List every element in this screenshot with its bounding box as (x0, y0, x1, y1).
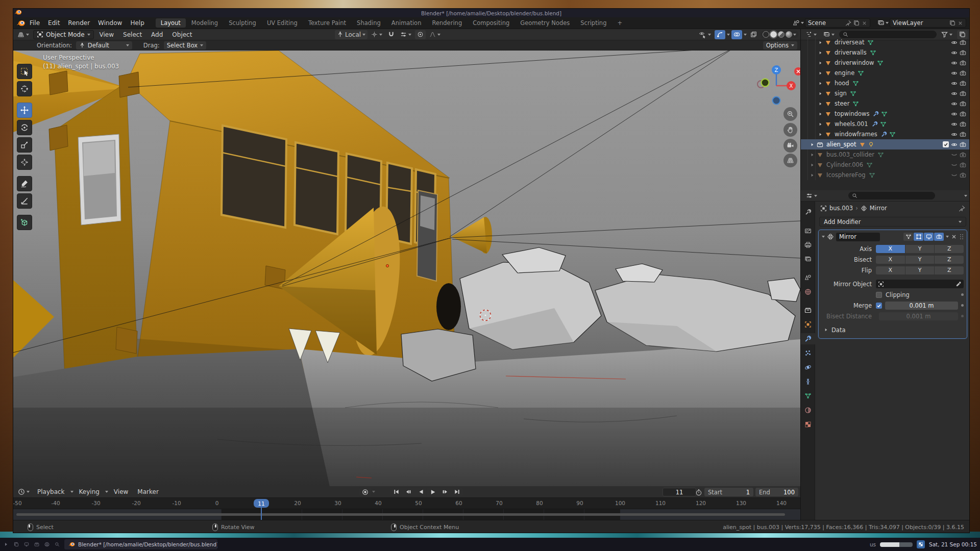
tab-layout[interactable]: Layout (156, 18, 186, 28)
pin-icon[interactable] (959, 205, 965, 212)
timeline-track-area[interactable] (13, 509, 800, 520)
jump-to-end-button[interactable] (451, 488, 463, 496)
tool-select-box[interactable] (17, 64, 32, 79)
flip-x-button[interactable]: X (876, 266, 905, 274)
options-button[interactable]: Options (763, 41, 797, 49)
eye-icon[interactable] (951, 131, 958, 138)
tool-measure[interactable] (17, 193, 32, 209)
eye-closed-icon[interactable] (951, 172, 958, 179)
scene-name-field[interactable]: Scene (805, 18, 870, 28)
taskbar-app-icon[interactable] (3, 541, 9, 547)
new-scene-icon[interactable] (853, 20, 860, 26)
shading-material-button[interactable] (778, 31, 785, 38)
outliner-item-driverwindow[interactable]: driverwindow (801, 58, 970, 68)
tab-shading[interactable]: Shading (352, 18, 386, 28)
animate-dot[interactable] (961, 304, 964, 307)
menu-file[interactable]: File (26, 19, 44, 27)
menu-window[interactable]: Window (94, 19, 126, 27)
tab-modifiers[interactable] (801, 333, 815, 344)
tool-annotate[interactable] (17, 176, 32, 191)
navigation-gizmo[interactable]: Z X (756, 63, 800, 109)
chevron-down-icon[interactable] (801, 22, 804, 26)
play-reverse-button[interactable] (414, 488, 426, 496)
menu-edit[interactable]: Edit (44, 19, 64, 27)
snap-with-dropdown[interactable] (398, 30, 413, 39)
expand-icon[interactable] (810, 163, 815, 167)
expand-icon[interactable] (818, 122, 823, 127)
timeline-scrollbar[interactable] (16, 513, 785, 516)
data-subpanel[interactable]: Data (819, 324, 967, 335)
tab-compositing[interactable]: Compositing (468, 18, 514, 28)
tab-scripting[interactable]: Scripting (575, 18, 611, 28)
shading-dropdown[interactable] (793, 34, 796, 37)
overlays-dropdown[interactable] (744, 34, 747, 37)
camera-icon[interactable] (960, 80, 966, 87)
expand-icon[interactable] (818, 132, 823, 137)
shading-solid-button[interactable] (770, 31, 777, 38)
bisect-x-button[interactable]: X (876, 256, 905, 264)
close-icon[interactable] (958, 20, 963, 26)
window-titlebar[interactable]: Blender* [/home/amalie/Desktop/blender/b… (13, 9, 969, 17)
tab-texture-paint[interactable]: Texture Paint (303, 18, 351, 28)
menu-marker[interactable]: Marker (134, 488, 162, 495)
outliner-item-engine[interactable]: engine (801, 68, 970, 78)
close-icon[interactable] (951, 234, 957, 240)
camera-icon[interactable] (960, 141, 966, 148)
menu-playback[interactable]: Playback (34, 488, 68, 495)
orthographic-toggle-button[interactable] (783, 154, 797, 167)
outliner-item-cylinder-006[interactable]: Cylinder.006 (801, 160, 970, 170)
menu-help[interactable]: Help (126, 19, 148, 27)
menu-object[interactable]: Object (168, 31, 195, 38)
breadcrumb-modifier[interactable]: Mirror (870, 205, 887, 212)
animate-dot[interactable] (961, 293, 964, 296)
eye-icon[interactable] (951, 70, 958, 77)
camera-icon[interactable] (960, 70, 966, 77)
snap-toggle[interactable] (386, 30, 397, 39)
merge-checkbox[interactable] (876, 303, 882, 309)
animate-dot[interactable] (961, 315, 964, 317)
axis-neg-z-ball[interactable] (773, 97, 780, 105)
properties-search-input[interactable] (848, 192, 935, 199)
calendar-icon[interactable] (917, 540, 925, 548)
new-viewlayer-icon[interactable] (949, 20, 955, 26)
tab-physics[interactable] (801, 362, 815, 373)
mirror-object-field[interactable] (876, 280, 964, 288)
eye-icon[interactable] (951, 49, 958, 56)
add-modifier-dropdown[interactable]: Add Modifier (819, 217, 966, 227)
outliner-item-hood[interactable]: hood (801, 78, 970, 88)
add-workspace-button[interactable]: + (612, 18, 627, 28)
overlays-toggle[interactable] (731, 30, 742, 39)
eye-closed-icon[interactable] (951, 152, 958, 158)
axis-neg-x-ball[interactable] (794, 67, 800, 76)
tab-object-data[interactable] (801, 390, 815, 402)
gizmos-toggle[interactable] (715, 30, 725, 39)
menu-render[interactable]: Render (64, 19, 94, 27)
eye-icon[interactable] (951, 80, 958, 87)
outliner-item-driverwalls[interactable]: driverwalls (801, 47, 970, 58)
next-keyframe-button[interactable] (439, 488, 451, 496)
camera-view-button[interactable] (783, 139, 797, 153)
eye-icon[interactable] (951, 90, 958, 97)
xray-toggle[interactable] (748, 30, 759, 39)
axis-y-button[interactable]: Y (905, 245, 935, 253)
tool-cursor[interactable] (17, 81, 32, 96)
taskbar-window-button[interactable]: Blender* [/home/amalie/Desktop/blender/b… (64, 539, 217, 549)
auto-keying-record-button[interactable] (359, 488, 371, 496)
outliner-item-windowframes[interactable]: windowframes (801, 129, 970, 139)
outliner-item-wheels-001[interactable]: wheels.001 (801, 119, 970, 129)
flip-y-button[interactable]: Y (905, 266, 935, 274)
collapse-icon[interactable] (822, 236, 825, 239)
tab-view-layer[interactable] (801, 254, 815, 265)
render-toggle[interactable] (934, 233, 944, 241)
current-frame-field[interactable]: 11 (663, 488, 696, 496)
tool-move[interactable] (17, 103, 32, 118)
proportional-falloff-dropdown[interactable] (427, 30, 443, 39)
tab-animation[interactable]: Animation (386, 18, 427, 28)
expand-icon[interactable] (818, 112, 823, 116)
viewport-canvas[interactable]: User Perspective (11) alien_spot | bus.0… (13, 51, 800, 486)
expand-icon[interactable] (810, 173, 815, 178)
modifier-name-field[interactable]: Mirror (836, 233, 880, 241)
menu-view[interactable]: View (96, 31, 117, 38)
timeline-editor-type-button[interactable] (16, 487, 32, 496)
expand-icon[interactable] (818, 61, 823, 65)
